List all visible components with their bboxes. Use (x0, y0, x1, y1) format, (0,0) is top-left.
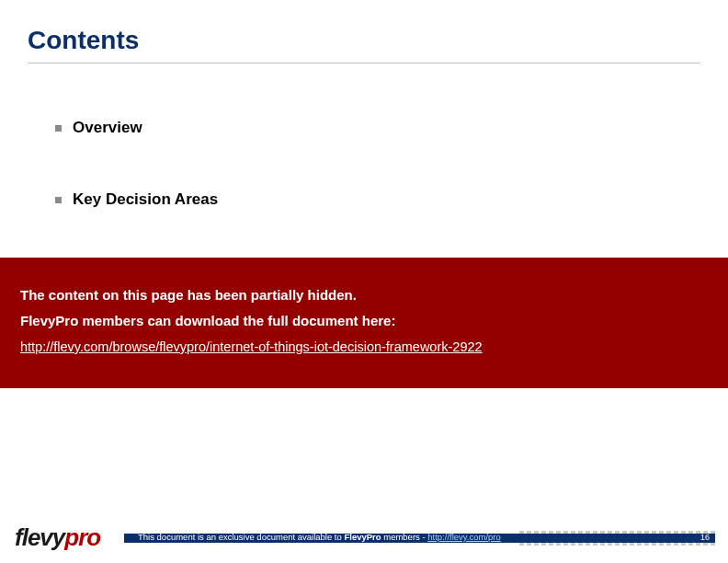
footer-text-brand: FlevyPro (344, 532, 381, 542)
bullet-icon (55, 197, 62, 203)
bullet-label: Overview (73, 119, 142, 137)
document-link[interactable]: http://flevy.com/browse/flevypro/interne… (20, 336, 483, 359)
bullet-label: Key Decision Areas (73, 190, 218, 209)
footer-link[interactable]: http://flevy.com/pro (427, 532, 501, 542)
banner-line2: FlevyPro members can download the full d… (20, 309, 708, 333)
flevypro-logo: flevypro (15, 523, 100, 552)
footer-text-suffix: members - (381, 532, 428, 542)
list-item: Key Decision Areas (55, 190, 673, 209)
logo-part-flevy: flevy (15, 523, 64, 552)
bullet-icon (55, 125, 62, 132)
footer-text: This document is an exclusive document a… (138, 532, 501, 542)
footer-text-prefix: This document is an exclusive document a… (138, 532, 344, 542)
slide: Contents Overview Key Decision Areas The… (0, 0, 728, 563)
header: Contents (0, 0, 728, 63)
list-item: Overview (55, 119, 673, 137)
logo-part-pro: pro (64, 523, 100, 552)
footer: flevypro This document is an exclusive d… (0, 524, 728, 554)
banner-line1: The content on this page has been partia… (20, 283, 708, 307)
page-title: Contents (28, 26, 700, 55)
page-number: 16 (700, 533, 710, 542)
content: Overview Key Decision Areas (0, 63, 728, 209)
hidden-content-banner: The content on this page has been partia… (0, 258, 728, 388)
